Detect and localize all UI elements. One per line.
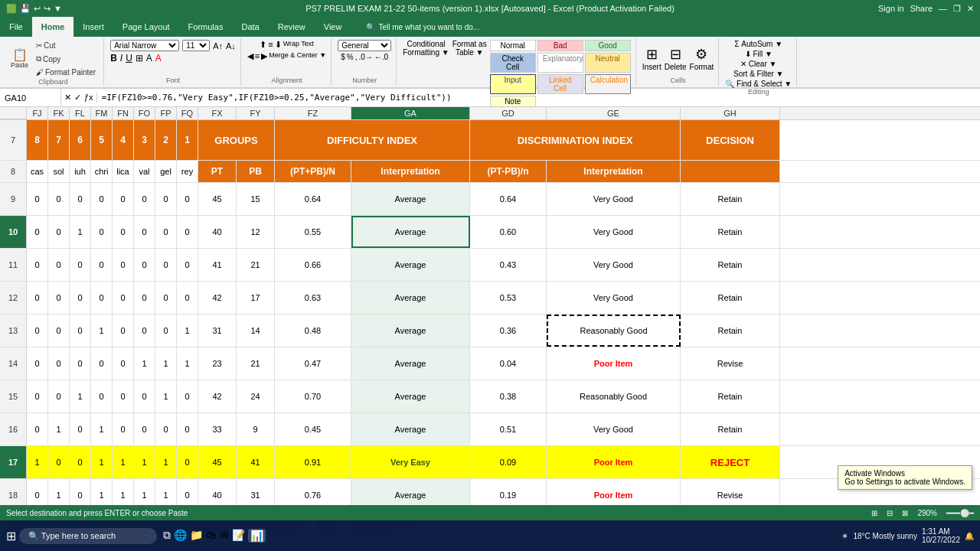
col-header-GH[interactable]: GH	[681, 107, 780, 119]
cell-GA-14[interactable]: Average	[351, 347, 470, 380]
align-center-button[interactable]: ≡	[255, 51, 260, 61]
cell-FO-13[interactable]: 0	[134, 315, 155, 347]
cell-GE-8[interactable]: Interpretation	[547, 161, 681, 182]
quick-access-save[interactable]: 💾	[20, 4, 31, 14]
cell-FL-8[interactable]: iuh	[70, 161, 91, 182]
cell-FZ-15[interactable]: 0.70	[275, 380, 351, 412]
cell-GD-12[interactable]: 0.53	[470, 282, 547, 314]
cell-GH-16[interactable]: Retain	[681, 413, 780, 445]
cell-FJ-7[interactable]: 8	[27, 120, 48, 160]
clear-button[interactable]: ✕ Clear ▼	[740, 60, 776, 68]
number-format-select[interactable]: General	[338, 40, 391, 51]
cell-FL-16[interactable]: 0	[70, 413, 91, 445]
comma-button[interactable]: ,	[355, 53, 358, 61]
cell-GD-13[interactable]: 0.36	[470, 315, 547, 347]
edge-icon[interactable]: 🌐	[174, 529, 187, 543]
cell-FP-9[interactable]: 0	[155, 183, 177, 215]
conditional-format-button[interactable]: ConditionalFormatting ▼	[403, 40, 449, 57]
cell-FX-17[interactable]: 45	[198, 446, 237, 478]
cell-GE-11[interactable]: Very Good	[547, 249, 681, 281]
cut-button[interactable]: ✂ Cut	[33, 40, 99, 51]
cell-GH-8[interactable]	[681, 161, 780, 182]
tab-file[interactable]: File	[0, 17, 32, 37]
cell-FL-14[interactable]: 0	[70, 347, 91, 380]
cell-FQ-15[interactable]: 0	[177, 380, 198, 412]
style-input[interactable]: Input	[490, 74, 536, 94]
cell-FZ-7[interactable]: DIFFICULTY INDEX	[275, 120, 470, 160]
cell-FO-10[interactable]: 0	[134, 216, 155, 248]
start-button[interactable]: ⊞	[6, 529, 16, 543]
cell-FN-10[interactable]: 0	[113, 216, 134, 248]
paste-button[interactable]: 📋 Paste	[8, 47, 31, 70]
quick-access-more[interactable]: ▼	[54, 4, 62, 13]
cell-GD-8[interactable]: (PT-PB)/n	[470, 161, 547, 182]
mail-icon[interactable]: ✉	[220, 529, 229, 543]
cell-FM-8[interactable]: chri	[91, 161, 113, 182]
cell-GA-12[interactable]: Average	[351, 282, 470, 314]
cell-FQ-7[interactable]: 1	[177, 120, 198, 160]
increase-decimal-button[interactable]: .0→	[358, 53, 372, 61]
cell-FJ-9[interactable]: 0	[27, 183, 48, 215]
cell-FY-16[interactable]: 9	[237, 413, 275, 445]
cell-FZ-8[interactable]: (PT+PB)/N	[275, 161, 351, 182]
cell-FO-9[interactable]: 0	[134, 183, 155, 215]
cell-GD-17[interactable]: 0.09	[470, 446, 547, 478]
cell-FO-12[interactable]: 0	[134, 282, 155, 314]
cell-FK-11[interactable]: 0	[48, 249, 70, 281]
font-color-button[interactable]: A	[155, 53, 162, 64]
close-button[interactable]: ✕	[967, 4, 974, 14]
cell-FY-14[interactable]: 21	[237, 347, 275, 380]
search-bar[interactable]: 🔍 Type here to search	[19, 528, 157, 544]
cell-FN-13[interactable]: 0	[113, 315, 134, 347]
cell-FN-11[interactable]: 0	[113, 249, 134, 281]
cell-FK-16[interactable]: 1	[48, 413, 70, 445]
col-header-FZ[interactable]: FZ	[275, 107, 351, 119]
decrease-font-button[interactable]: A↓	[226, 41, 236, 51]
cell-FL-9[interactable]: 0	[70, 183, 91, 215]
underline-button[interactable]: U	[126, 53, 132, 64]
cell-GD-11[interactable]: 0.43	[470, 249, 547, 281]
cell-GE-17[interactable]: Poor Item	[547, 446, 681, 478]
cell-FO-15[interactable]: 0	[134, 380, 155, 412]
decrease-decimal-button[interactable]: ←.0	[374, 53, 388, 61]
cell-GA-17[interactable]: Very Easy	[351, 446, 470, 478]
format-painter-button[interactable]: 🖌 Format Painter	[33, 67, 99, 78]
cell-GA-11[interactable]: Average	[351, 249, 470, 281]
style-normal[interactable]: Normal	[490, 40, 536, 51]
cell-FP-16[interactable]: 0	[155, 413, 177, 445]
excel-taskbar-icon[interactable]: 📊	[248, 529, 266, 543]
delete-cells-button[interactable]: Delete	[665, 63, 687, 71]
tab-page-layout[interactable]: Page Layout	[113, 17, 179, 37]
cell-FM-13[interactable]: 1	[91, 315, 113, 347]
format-as-table-button[interactable]: Format asTable ▼	[452, 40, 487, 57]
cell-FX-14[interactable]: 23	[198, 347, 237, 380]
cell-FL-11[interactable]: 0	[70, 249, 91, 281]
view-layout-button[interactable]: ⊟	[887, 509, 893, 517]
cell-FL-12[interactable]: 0	[70, 282, 91, 314]
cell-FX-9[interactable]: 45	[198, 183, 237, 215]
cell-FJ-10[interactable]: 0	[27, 216, 48, 248]
col-header-GA[interactable]: GA	[351, 107, 470, 119]
cell-GH-12[interactable]: Retain	[681, 282, 780, 314]
cell-GE-10[interactable]: Very Good	[547, 216, 681, 248]
cell-FJ-8[interactable]: cas	[27, 161, 48, 182]
cell-FK-14[interactable]: 0	[48, 347, 70, 380]
col-header-FK[interactable]: FK	[48, 107, 70, 119]
cell-FQ-9[interactable]: 0	[177, 183, 198, 215]
cell-FL-7[interactable]: 6	[70, 120, 91, 160]
align-right-button[interactable]: ▶	[261, 51, 267, 61]
cell-FQ-8[interactable]: rey	[177, 161, 198, 182]
find-select-button[interactable]: 🔍 Find & Select ▼	[725, 80, 792, 88]
cell-FY-9[interactable]: 15	[237, 183, 275, 215]
cell-FP-11[interactable]: 0	[155, 249, 177, 281]
cell-FO-17[interactable]: 1	[134, 446, 155, 478]
cell-FN-15[interactable]: 0	[113, 380, 134, 412]
cell-FZ-10[interactable]: 0.55	[275, 216, 351, 248]
fill-button[interactable]: ⬇ Fill ▼	[745, 50, 773, 58]
col-header-FO[interactable]: FO	[134, 107, 155, 119]
cell-GE-15[interactable]: Reasonably Good	[547, 380, 681, 412]
insert-function-icon[interactable]: ƒx	[84, 93, 93, 103]
cell-FQ-11[interactable]: 0	[177, 249, 198, 281]
col-header-FL[interactable]: FL	[70, 107, 91, 119]
cell-FQ-16[interactable]: 0	[177, 413, 198, 445]
